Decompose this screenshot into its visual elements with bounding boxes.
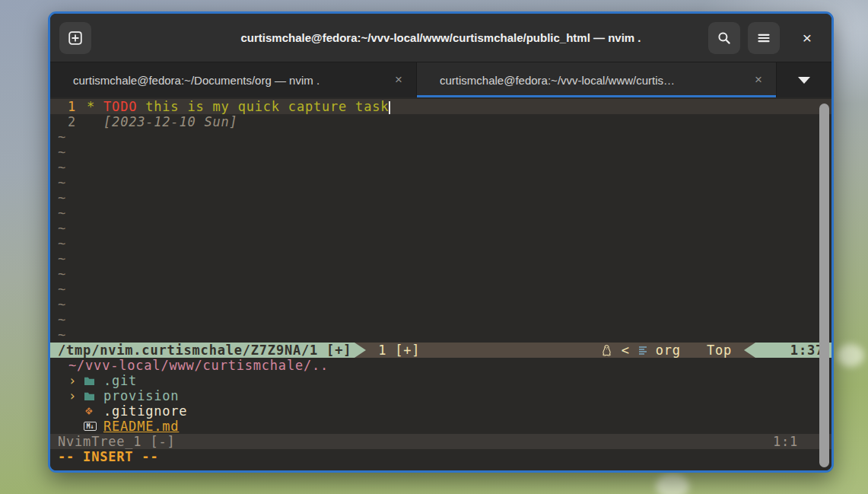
list-lines-icon [637, 345, 648, 355]
window-title: curtismchale@fedora:~/vvv-local/www/curt… [240, 31, 641, 44]
wallpaper-flower-blob [656, 473, 689, 494]
empty-line: ~ [50, 236, 831, 251]
tilde-marker: ~ [50, 236, 87, 251]
chevron-down-icon [798, 77, 810, 84]
tree-item-label: README.md [103, 419, 179, 434]
headline-text: this is my quick capture task [137, 99, 389, 114]
empty-line: ~ [50, 129, 831, 145]
nvimtree-buffer-name: NvimTree_1 [-] [58, 434, 176, 449]
empty-line: ~ [50, 251, 831, 266]
tab-label: curtismchale@fedora:~/vvv-local/www/curt… [440, 74, 675, 87]
powerline-arrow-left-icon [744, 343, 755, 358]
tilde-marker: ~ [50, 145, 87, 160]
tab-documents-org[interactable]: curtismchale@fedora:~/Documents/org — nv… [50, 62, 417, 97]
line-number: 2 [50, 114, 87, 129]
statusline-scroll-position: Top [707, 343, 732, 358]
tree-item-provision-folder[interactable]: › provision [50, 388, 831, 403]
folder-icon [84, 391, 103, 401]
tree-root-path[interactable]: ~/vvv-local/www/curtismchale/.. [50, 358, 831, 373]
terminal-scrollbar[interactable] [816, 97, 831, 470]
empty-line: ~ [50, 282, 831, 297]
tab-bar: curtismchale@fedora:~/Documents/org — nv… [50, 62, 831, 97]
tree-item-readme-file[interactable]: M↓ README.md [50, 419, 831, 434]
text-cursor [389, 101, 390, 114]
insert-mode-indicator: -- INSERT -- [58, 449, 158, 464]
tab-list-dropdown[interactable] [777, 62, 831, 97]
empty-line: ~ [50, 160, 831, 175]
new-tab-icon [68, 30, 83, 46]
tab-close-icon[interactable]: × [752, 72, 765, 88]
headerbar-actions: × [708, 22, 822, 54]
empty-line: ~ [50, 190, 831, 206]
empty-line: ~ [50, 175, 831, 190]
tilde-marker: ~ [50, 129, 87, 145]
line-text: * TODO this is my quick capture task [87, 99, 390, 114]
search-icon [717, 30, 732, 46]
headerbar: curtismchale@fedora:~/vvv-local/www/curt… [50, 14, 831, 62]
chevron-right-icon: › [68, 373, 84, 388]
wallpaper-flower-blob [837, 344, 864, 367]
tilde-marker: ~ [50, 206, 87, 221]
tilde-marker: ~ [50, 282, 87, 297]
tree-item-git-folder[interactable]: › .git [50, 373, 831, 388]
line-number: 1 [50, 99, 87, 114]
tree-item-label: .gitignore [103, 403, 187, 419]
new-tab-button[interactable] [59, 22, 91, 54]
org-bullet: * [87, 99, 103, 114]
tilde-marker: ~ [50, 327, 87, 343]
chevron-right-icon: › [68, 388, 84, 403]
tab-label: curtismchale@fedora:~/Documents/org — nv… [73, 74, 320, 87]
todo-keyword: TODO [103, 99, 137, 114]
tab-vvv-local[interactable]: curtismchale@fedora:~/vvv-local/www/curt… [417, 62, 777, 97]
tab-close-icon[interactable]: × [392, 72, 405, 88]
nvim-statusline: /tmp/nvim.curtismchale/Z7Z9NA/1 [+] 1 [+… [50, 343, 831, 358]
powerline-arrow-right-icon [355, 343, 366, 358]
editor-line-1: 1 * TODO this is my quick capture task [50, 99, 831, 114]
statusline-buffer: 1 [+] [378, 343, 420, 358]
linux-penguin-icon [601, 344, 612, 356]
tree-item-label: .git [103, 373, 137, 388]
angle-bracket-separator: < [622, 343, 630, 358]
tree-path-text: ~/vvv-local/www/curtismchale/.. [68, 358, 329, 373]
tilde-marker: ~ [50, 175, 87, 190]
empty-line: ~ [50, 297, 831, 312]
nvimtree-statusline: NvimTree_1 [-] 1:1 [50, 434, 831, 449]
tilde-marker: ~ [50, 297, 87, 312]
tree-item-label: provision [103, 388, 179, 403]
window-close-button[interactable]: × [792, 23, 822, 53]
empty-line: ~ [50, 221, 831, 236]
empty-line: ~ [50, 266, 831, 282]
tilde-marker: ~ [50, 266, 87, 282]
git-icon [84, 406, 103, 416]
tilde-marker: ~ [50, 160, 87, 175]
timestamp-text: [2023-12-10 Sun] [87, 114, 238, 129]
empty-line: ~ [50, 206, 831, 221]
empty-line: ~ [50, 327, 831, 343]
statusline-filepath: /tmp/nvim.curtismchale/Z7Z9NA/1 [+] [50, 343, 355, 358]
tree-item-gitignore-file[interactable]: .gitignore [50, 403, 831, 419]
vim-cmdline: -- INSERT -- [50, 449, 831, 464]
tilde-marker: ~ [50, 251, 87, 266]
nvimtree-ruler: 1:1 [773, 434, 798, 449]
menu-button[interactable] [748, 22, 780, 54]
tilde-marker: ~ [50, 312, 87, 327]
empty-line: ~ [50, 312, 831, 327]
scrollbar-thumb[interactable] [819, 104, 829, 467]
statusline-filetype: org [656, 343, 681, 358]
editor-line-2: 2 [2023-12-10 Sun] [50, 114, 831, 129]
folder-icon [84, 376, 103, 386]
markdown-icon: M↓ [84, 422, 103, 431]
tilde-marker: ~ [50, 221, 87, 236]
close-icon: × [803, 30, 812, 46]
search-button[interactable] [708, 22, 740, 54]
tilde-marker: ~ [50, 190, 87, 206]
terminal-window: curtismchale@fedora:~/vvv-local/www/curt… [48, 11, 834, 473]
terminal-viewport[interactable]: 1 * TODO this is my quick capture task 2… [50, 97, 831, 470]
hamburger-menu-icon [756, 30, 771, 46]
empty-line: ~ [50, 145, 831, 160]
